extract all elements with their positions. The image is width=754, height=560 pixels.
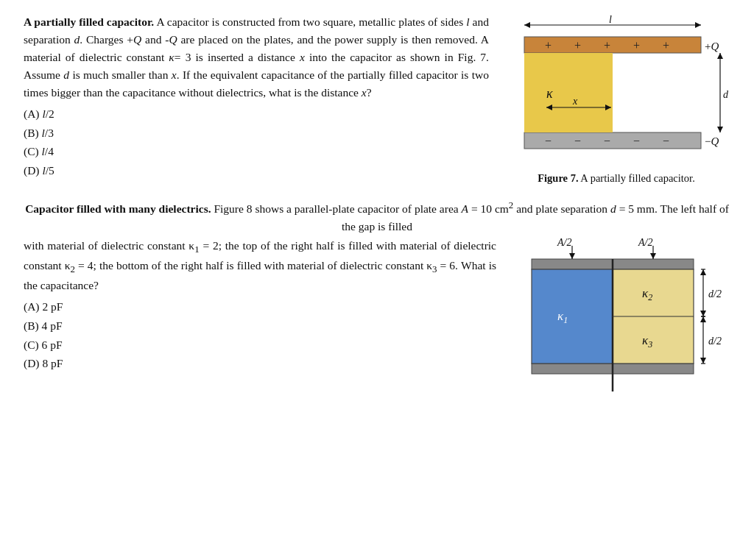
svg-marker-25 bbox=[717, 53, 723, 59]
svg-marker-55 bbox=[700, 358, 706, 364]
option-D2: (D) 8 pF bbox=[24, 354, 496, 373]
svg-text:−: − bbox=[633, 135, 640, 147]
svg-marker-54 bbox=[700, 316, 706, 322]
option-B2: (B) 4 pF bbox=[24, 316, 496, 336]
svg-marker-49 bbox=[700, 311, 706, 316]
option-C1: (C) l/4 bbox=[24, 142, 489, 161]
figure8-svg: κ1 κ2 κ3 A/2 bbox=[517, 237, 730, 391]
section2-paragraph: with material of dielectric constant κ1 … bbox=[24, 237, 496, 294]
svg-text:+: + bbox=[633, 39, 640, 52]
svg-text:−: − bbox=[663, 135, 669, 147]
option-A2: (A) 2 pF bbox=[24, 297, 496, 316]
figure7-block: + + + + + +Q − − − − − −Q κ bbox=[502, 13, 730, 185]
section2-title-bold: Capacitor filled with many dielectrics. bbox=[25, 202, 211, 215]
svg-text:+: + bbox=[545, 39, 552, 52]
svg-text:x: x bbox=[572, 96, 578, 107]
svg-marker-40 bbox=[569, 253, 575, 259]
section1-options: (A) l/2 (B) l/3 (C) l/4 (D) l/5 bbox=[24, 104, 489, 180]
option-C2: (C) 6 pF bbox=[24, 336, 496, 355]
option-B1: (B) l/3 bbox=[24, 124, 489, 143]
svg-text:l: l bbox=[609, 14, 612, 25]
section1-paragraph: A partially filled capacitor. A capacito… bbox=[24, 13, 489, 102]
svg-rect-32 bbox=[613, 269, 694, 316]
svg-text:−: − bbox=[604, 135, 610, 147]
svg-text:+: + bbox=[663, 39, 669, 52]
svg-rect-14 bbox=[524, 53, 613, 132]
section1-title-bold: A partially filled capacitor. bbox=[24, 15, 154, 28]
section2-header-text: Capacitor filled with many dielectrics. … bbox=[24, 198, 730, 235]
svg-text:d/2: d/2 bbox=[708, 288, 722, 300]
svg-marker-48 bbox=[700, 269, 706, 275]
option-D1: (D) l/5 bbox=[24, 161, 489, 180]
section1-text: A partially filled capacitor. A capacito… bbox=[24, 13, 489, 180]
section2-inner: with material of dielectric constant κ1 … bbox=[24, 237, 730, 391]
svg-text:+: + bbox=[574, 39, 581, 52]
svg-rect-34 bbox=[613, 316, 694, 364]
svg-marker-21 bbox=[524, 22, 530, 28]
svg-marker-43 bbox=[650, 253, 656, 259]
svg-rect-30 bbox=[532, 269, 613, 364]
fig7-caption-rest: A partially filled capacitor. bbox=[579, 172, 695, 184]
figure7-svg: + + + + + +Q − − − − − −Q κ bbox=[502, 13, 730, 168]
svg-text:d: d bbox=[723, 89, 729, 100]
section2-header: Capacitor filled with many dielectrics. … bbox=[24, 198, 730, 235]
svg-text:−Q: −Q bbox=[705, 135, 719, 147]
figure8-block: κ1 κ2 κ3 A/2 bbox=[517, 237, 730, 391]
svg-text:A/2: A/2 bbox=[638, 237, 652, 248]
section2: Capacitor filled with many dielectrics. … bbox=[24, 198, 730, 391]
svg-text:−: − bbox=[545, 135, 552, 147]
fig7-caption-bold: Figure 7. bbox=[538, 172, 578, 184]
section1-title-rest: A capacitor is constructed from two squa… bbox=[154, 15, 466, 28]
svg-marker-22 bbox=[695, 22, 701, 28]
section2-options: (A) 2 pF (B) 4 pF (C) 6 pF (D) 8 pF bbox=[24, 297, 496, 372]
option-A1: (A) l/2 bbox=[24, 104, 489, 124]
svg-text:κ: κ bbox=[546, 86, 553, 101]
section2-text: with material of dielectric constant κ1 … bbox=[24, 237, 496, 372]
svg-marker-26 bbox=[717, 127, 723, 132]
svg-text:+: + bbox=[604, 39, 610, 52]
svg-text:A/2: A/2 bbox=[557, 237, 571, 248]
svg-text:−: − bbox=[574, 135, 581, 147]
figure7-caption: Figure 7. A partially filled capacitor. bbox=[538, 172, 695, 185]
svg-text:+Q: +Q bbox=[705, 40, 719, 52]
svg-text:d/2: d/2 bbox=[708, 336, 722, 347]
section1: A partially filled capacitor. A capacito… bbox=[24, 13, 730, 185]
